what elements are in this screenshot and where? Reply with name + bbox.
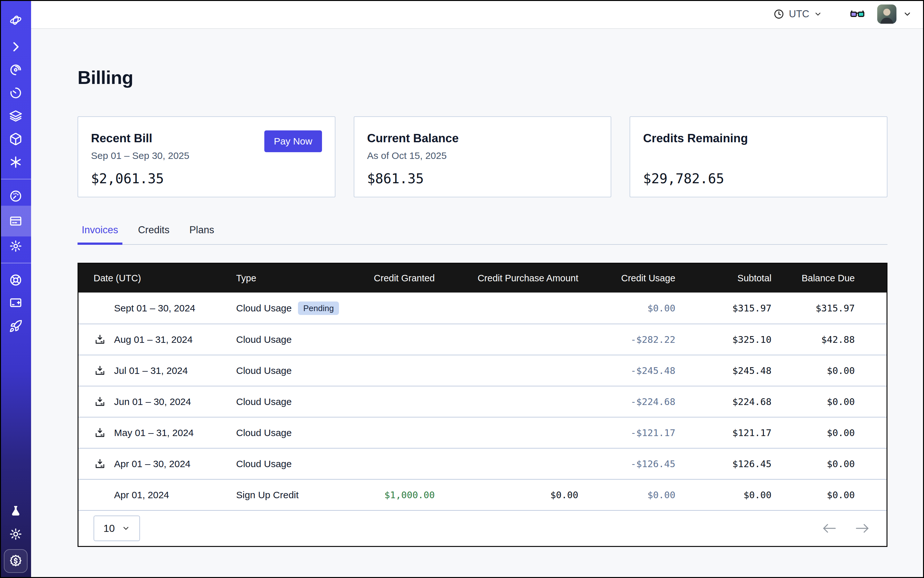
main-content: Billing Recent Bill Sep 01 – Sep 30, 202… [31, 29, 924, 578]
sidebar-item-new-window[interactable] [0, 296, 31, 310]
invoice-credit-usage: -$282.22 [578, 334, 676, 345]
invoice-type: Cloud Usage [236, 334, 292, 345]
column-header-credit-purchase: Credit Purchase Amount [435, 273, 578, 284]
invoice-credit-usage: $0.00 [578, 490, 676, 500]
flask-icon [9, 504, 23, 518]
reader-mode-button[interactable] [850, 8, 865, 21]
box-icon [9, 132, 23, 146]
invoice-credit-usage: -$224.68 [578, 396, 676, 407]
sidebar-item-credits[interactable] [4, 549, 28, 573]
invoice-subtotal: $245.48 [676, 365, 771, 376]
sidebar-item-settings[interactable] [0, 239, 31, 253]
column-header-credit-granted: Credit Granted [355, 273, 435, 284]
column-header-balance-due: Balance Due [771, 273, 855, 284]
download-icon [94, 334, 106, 346]
sidebar-item-box[interactable] [0, 132, 31, 146]
invoice-date: May 01 – 31, 2024 [114, 427, 194, 438]
summary-cards: Recent Bill Sep 01 – Sep 30, 2025 $2,061… [78, 116, 887, 197]
invoice-subtotal: $224.68 [676, 396, 771, 407]
download-invoice-button[interactable] [94, 333, 106, 346]
download-invoice-button[interactable] [94, 458, 106, 470]
status-badge: Pending [298, 302, 339, 315]
sidebar-item-theme[interactable] [0, 527, 31, 541]
invoice-subtotal: $325.10 [676, 334, 771, 345]
invoice-type: Cloud Usage [236, 458, 292, 469]
sidebar [0, 0, 31, 578]
tab-credits[interactable]: Credits [134, 224, 174, 244]
timezone-selector[interactable]: UTC [773, 8, 822, 20]
layers-icon [9, 109, 23, 123]
monitor-plus-icon [9, 296, 23, 310]
sidebar-item-timer[interactable] [0, 86, 31, 100]
invoice-subtotal: $0.00 [676, 490, 771, 500]
download-invoice-button[interactable] [94, 364, 106, 377]
rocket-icon [9, 320, 23, 333]
previous-page-button[interactable] [822, 523, 836, 533]
lifebuoy-icon [9, 273, 23, 287]
table-row: Jun 01 – 30, 2024Cloud Usage-$224.68$224… [78, 386, 887, 417]
sidebar-item-logo[interactable] [0, 13, 31, 27]
sidebar-item-whats-new[interactable] [0, 319, 31, 333]
invoice-date: Jun 01 – 30, 2024 [114, 396, 191, 407]
account-menu-button[interactable] [903, 10, 912, 19]
invoice-credit-purchase: $0.00 [435, 490, 578, 500]
column-header-date: Date (UTC) [78, 273, 236, 284]
invoice-balance-due: $42.88 [771, 334, 855, 345]
invoice-type-cell: Cloud Usage [236, 365, 355, 376]
card-title: Credits Remaining [643, 132, 874, 145]
invoice-date-cell: Jul 01 – 31, 2024 [78, 364, 236, 377]
chevron-down-icon [903, 10, 912, 19]
sidebar-item-labs[interactable] [0, 504, 31, 518]
tab-plans[interactable]: Plans [185, 224, 219, 244]
invoice-subtotal: $315.97 [676, 303, 771, 314]
arrow-right-icon [855, 523, 870, 533]
gear-icon [9, 239, 23, 253]
invoice-type: Cloud Usage [236, 365, 292, 376]
column-header-type: Type [236, 273, 355, 284]
card-title: Current Balance [367, 132, 598, 145]
invoice-date-cell: May 01 – 31, 2024 [78, 427, 236, 439]
billing-card-icon [9, 214, 23, 228]
invoice-credit-usage: $0.00 [578, 303, 676, 314]
sidebar-item-spiral[interactable] [0, 63, 31, 77]
invoice-subtotal: $126.45 [676, 458, 771, 469]
clock-icon [773, 9, 784, 19]
invoice-type-cell: Cloud Usage [236, 458, 355, 469]
pay-now-button[interactable]: Pay Now [264, 130, 322, 152]
sidebar-item-asterisk[interactable] [0, 155, 31, 169]
current-balance-card: Current Balance As of Oct 15, 2025 $861.… [354, 116, 612, 197]
page-size-select[interactable]: 10 [94, 516, 140, 541]
next-page-button[interactable] [855, 523, 870, 533]
page-size-value: 10 [104, 523, 115, 534]
table-row: May 01 – 31, 2024Cloud Usage-$121.17$121… [78, 417, 887, 448]
sidebar-item-support[interactable] [0, 273, 31, 287]
dollar-badge-icon [9, 554, 23, 568]
download-invoice-button[interactable] [94, 427, 106, 439]
column-header-credit-usage: Credit Usage [578, 273, 676, 284]
download-icon [94, 427, 106, 438]
tab-invoices[interactable]: Invoices [78, 224, 122, 244]
sidebar-item-expand[interactable] [0, 40, 31, 54]
invoice-balance-due: $0.00 [771, 490, 855, 500]
table-row: Aug 01 – 31, 2024Cloud Usage-$282.22$325… [78, 324, 887, 355]
sidebar-item-layers[interactable] [0, 109, 31, 123]
invoice-type-cell: Cloud Usage [236, 334, 355, 345]
sidebar-divider [0, 179, 31, 179]
table-body: Sept 01 – 30, 2024Cloud UsagePending$0.0… [78, 292, 887, 510]
invoice-type-cell: Cloud Usage [236, 427, 355, 438]
table-header: Date (UTC) Type Credit Granted Credit Pu… [78, 264, 887, 292]
avatar[interactable] [877, 5, 896, 24]
sidebar-item-usage[interactable] [0, 189, 31, 203]
table-row: Jul 01 – 31, 2024Cloud Usage-$245.48$245… [78, 355, 887, 386]
sidebar-item-billing[interactable] [0, 206, 31, 237]
chevron-down-icon [122, 524, 130, 533]
invoices-table: Date (UTC) Type Credit Granted Credit Pu… [78, 263, 887, 547]
credits-remaining-amount: $29,782.65 [643, 171, 874, 187]
timer-icon [9, 86, 23, 100]
download-invoice-button[interactable] [94, 395, 106, 408]
invoice-type: Cloud Usage [236, 303, 292, 314]
download-icon [94, 396, 106, 408]
invoice-credit-granted: $1,000.00 [355, 490, 435, 500]
avatar-silhouette [877, 5, 896, 24]
recent-bill-card: Recent Bill Sep 01 – Sep 30, 2025 $2,061… [78, 116, 335, 197]
